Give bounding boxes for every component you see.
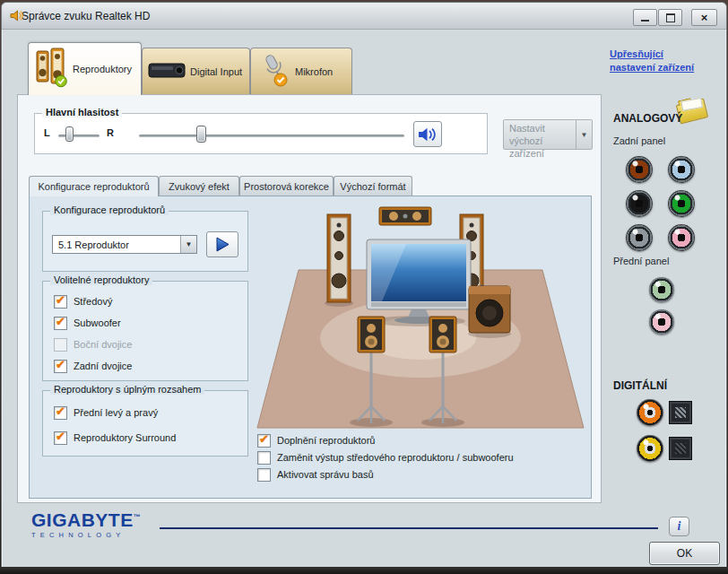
tab-digital-input[interactable]: Digital Input <box>142 48 250 94</box>
digital-jack-orange-rca[interactable] <box>637 399 663 426</box>
subtab-prostorova-korekce[interactable]: Prostorová korekce <box>239 176 334 196</box>
checkbox-box[interactable] <box>54 431 67 445</box>
checkbox-front-left-right[interactable]: Přední levý a pravý <box>54 405 158 420</box>
subtab-zvukovy-efekt[interactable]: Zvukový efekt <box>159 176 239 196</box>
footer-divider <box>160 527 658 529</box>
connector-side-panel: Upřesňující nastavení zařízení ANALOGOVÝ… <box>602 30 728 507</box>
volume-slider-track[interactable] <box>139 135 404 137</box>
rear-jack-green[interactable] <box>668 190 695 217</box>
minimize-button[interactable] <box>633 9 657 26</box>
tab-mikrofon[interactable]: Mikrofon <box>250 48 352 94</box>
checkbox-label: Zadní dvojice <box>74 361 132 371</box>
dropdown-arrow-icon[interactable] <box>180 236 196 253</box>
close-button[interactable]: × <box>691 9 717 26</box>
checkbox-box[interactable] <box>54 317 67 330</box>
speaker-layout-dropdown[interactable]: 5.1 Reproduktor <box>52 235 197 254</box>
checkbox-label: Subwoofer <box>74 317 121 328</box>
maximize-icon <box>666 13 675 22</box>
checkbox-surround-speakers[interactable]: Reproduktory Surround <box>54 430 176 445</box>
rear-jack-gray[interactable] <box>626 224 653 251</box>
microphone-tab-icon <box>256 52 290 91</box>
master-volume-title: Hlavní hlasitost <box>42 107 122 117</box>
checkbox-label: Doplnění reproduktorů <box>277 435 375 446</box>
speaker-room-illustration[interactable] <box>254 202 587 431</box>
checkbox-label: Boční dvojice <box>74 339 132 350</box>
close-icon: × <box>701 12 708 23</box>
checkbox-label: Reproduktory Surround <box>74 432 176 443</box>
balance-left-label: L <box>44 127 50 138</box>
checkbox-box[interactable] <box>257 451 271 465</box>
speaker-volume-icon <box>417 126 438 144</box>
play-test-button[interactable] <box>206 231 238 257</box>
front-jack-pink[interactable] <box>649 309 674 335</box>
spdif-port-icon[interactable] <box>669 401 692 424</box>
realtek-audio-manager-window: Správce zvuku Realtek HD × Reproduktory <box>1 2 727 569</box>
checkbox-center-speaker[interactable]: Středový <box>54 294 112 309</box>
optional-group-title: Volitelné reproduktory <box>50 274 152 285</box>
desktop-strip <box>0 567 728 574</box>
set-default-device-button[interactable]: Nastavit výchozí zařízení <box>503 119 593 150</box>
checkbox-speaker-fill[interactable]: Doplnění reproduktorů <box>257 433 375 448</box>
balance-right-label: R <box>107 127 114 138</box>
tab-label: Digital Input <box>190 66 242 77</box>
subtab-vychozi-format[interactable]: Výchozí formát <box>334 176 412 196</box>
checkbox-label: Středový <box>74 296 112 307</box>
config-group-title: Konfigurace reproduktorů <box>50 204 169 215</box>
gigabyte-technology-label: TECHNOLOGY <box>31 531 141 539</box>
balance-slider-track[interactable] <box>58 135 100 137</box>
main-card: Hlavní hlasitost L R Nastavit výchozí za… <box>17 94 602 503</box>
fullrange-group-title: Reproduktory s úplným rozsahem <box>50 384 204 395</box>
rear-jack-orange[interactable] <box>626 156 653 183</box>
rear-jack-pink[interactable] <box>668 224 695 251</box>
ok-button[interactable]: OK <box>649 542 720 565</box>
checkbox-label: Zaměnit výstup středového reproduktoru /… <box>277 452 514 463</box>
checkbox-bass-management[interactable]: Aktivovat správu basů <box>257 467 374 482</box>
config-group: Konfigurace reproduktorů 5.1 Reproduktor <box>42 211 248 272</box>
master-volume-group: Hlavní hlasitost L R <box>34 113 488 154</box>
tab-reproduktory[interactable]: Reproduktory <box>28 42 142 95</box>
rear-jack-black[interactable] <box>626 190 653 217</box>
rear-panel-label: Zadní panel <box>613 135 665 146</box>
checkbox-box[interactable] <box>257 434 271 448</box>
play-icon <box>216 237 230 252</box>
checkbox-label: Aktivovat správu basů <box>277 469 374 480</box>
rear-jack-blue[interactable] <box>668 156 695 183</box>
speakers-tab-icon <box>34 47 68 91</box>
fullrange-group: Reproduktory s úplným rozsahem Přední le… <box>42 390 248 457</box>
digital-jack-yellow-rca[interactable] <box>637 435 663 462</box>
checkbox-box[interactable] <box>54 406 67 420</box>
info-button[interactable]: i <box>669 517 689 536</box>
front-jack-green[interactable] <box>649 277 674 302</box>
minimize-icon <box>641 13 649 22</box>
checkbox-box[interactable] <box>54 295 67 309</box>
digital-section-title: DIGITÁLNÍ <box>613 379 667 392</box>
volume-slider-thumb[interactable] <box>196 126 206 143</box>
checkbox-label: Přední levý a pravý <box>74 407 158 418</box>
speaker-configuration-panel: Konfigurace reproduktorů 5.1 Reproduktor… <box>29 196 592 499</box>
tab-label: Reproduktory <box>73 64 132 74</box>
gigabyte-logo: GIGABYTE™ TECHNOLOGY <box>31 508 141 539</box>
speaker-title-icon <box>9 8 24 27</box>
analog-section-title: ANALOGOVÝ <box>613 112 682 125</box>
checkbox-subwoofer[interactable]: Subwoofer <box>54 316 121 330</box>
dropdown-value: 5.1 Reproduktor <box>53 239 180 250</box>
checkbox-rear-pair[interactable]: Zadní dvojice <box>54 359 132 373</box>
window-title: Správce zvuku Realtek HD <box>22 10 150 22</box>
subtab-konfigurace[interactable]: Konfigurace reproduktorů <box>29 176 159 196</box>
checkbox-box[interactable] <box>257 468 271 482</box>
advanced-device-settings-link[interactable]: Upřesňující nastavení zařízení <box>610 48 723 74</box>
digital-input-tab-icon <box>148 57 186 86</box>
checkbox-swap-center-subwoofer[interactable]: Zaměnit výstup středového reproduktoru /… <box>257 450 514 465</box>
balance-slider-thumb[interactable] <box>65 126 74 142</box>
set-default-label: Nastavit výchozí zařízení <box>504 120 576 149</box>
mute-button[interactable] <box>413 121 442 147</box>
checkbox-box[interactable] <box>54 338 67 352</box>
checkbox-box[interactable] <box>54 360 67 373</box>
maximize-button[interactable] <box>658 9 682 26</box>
spdif-port-icon-2[interactable] <box>669 437 692 460</box>
title-bar: Správce zvuku Realtek HD <box>2 3 726 30</box>
tab-label: Mikrofon <box>295 66 333 77</box>
set-default-dropdown-arrow[interactable] <box>576 120 592 149</box>
checkbox-side-pair[interactable]: Boční dvojice <box>54 337 132 352</box>
optional-speakers-group: Volitelné reproduktory Středový Subwoofe… <box>42 281 248 381</box>
